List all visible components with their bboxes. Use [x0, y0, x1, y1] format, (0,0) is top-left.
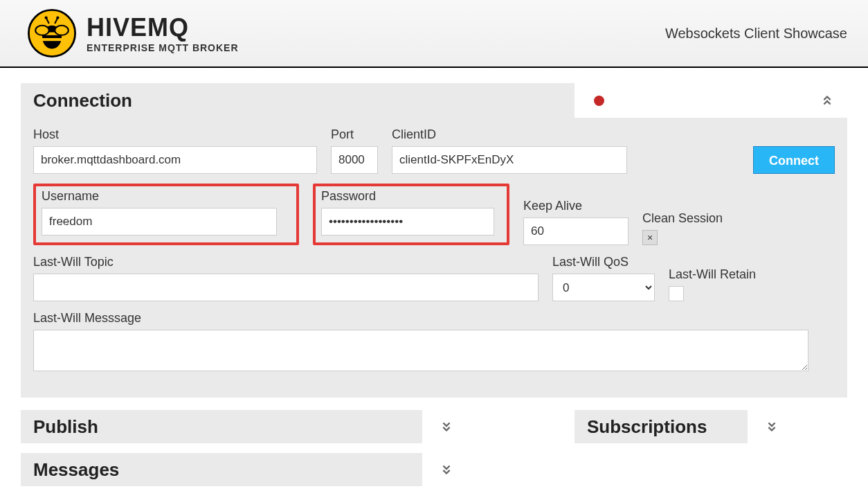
- logo-subtitle: ENTERPRISE MQTT BROKER: [87, 42, 239, 53]
- connection-title: Connection: [21, 83, 575, 118]
- username-highlight: Username: [33, 184, 299, 245]
- svg-rect-3: [42, 38, 62, 41]
- chevron-down-icon[interactable]: [439, 419, 454, 434]
- lastwill-message-label: Last-Will Messsage: [33, 311, 808, 326]
- lastwill-qos-field: Last-Will QoS 0: [552, 255, 655, 301]
- lastwill-qos-label: Last-Will QoS: [552, 255, 655, 269]
- password-label: Password: [321, 189, 501, 204]
- chevron-down-icon[interactable]: [764, 419, 779, 434]
- hivemq-bee-icon: [28, 9, 76, 57]
- logo-text: HIVEMQ ENTERPRISE MQTT BROKER: [87, 13, 239, 53]
- lastwill-topic-field: Last-Will Topic: [33, 255, 539, 301]
- cleansession-checkbox[interactable]: ×: [642, 230, 658, 245]
- messages-title: Messages: [33, 459, 119, 481]
- keepalive-label: Keep Alive: [523, 199, 629, 213]
- top-bar: HIVEMQ ENTERPRISE MQTT BROKER Websockets…: [0, 0, 868, 68]
- keepalive-input[interactable]: [523, 217, 629, 245]
- lastwill-topic-input[interactable]: [33, 274, 539, 301]
- port-field: Port: [331, 127, 378, 174]
- subscriptions-panel-header[interactable]: Subscriptions: [575, 410, 748, 443]
- connection-status-area: [575, 83, 847, 118]
- connection-header[interactable]: Connection: [21, 83, 847, 118]
- connect-button[interactable]: Connect: [753, 146, 835, 174]
- connection-body: Host Port ClientID Connect: [21, 118, 847, 398]
- port-label: Port: [331, 127, 378, 142]
- logo: HIVEMQ ENTERPRISE MQTT BROKER: [28, 9, 239, 57]
- chevron-down-icon[interactable]: [439, 462, 454, 477]
- svg-point-8: [45, 17, 48, 19]
- clientid-input[interactable]: [392, 146, 627, 174]
- cleansession-label: Clean Session: [642, 211, 723, 226]
- clientid-field: ClientID: [392, 127, 627, 174]
- host-label: Host: [33, 127, 317, 142]
- host-field: Host: [33, 127, 317, 174]
- username-input[interactable]: [42, 208, 277, 235]
- svg-point-9: [56, 17, 59, 19]
- lastwill-retain-field: Last-Will Retain: [669, 267, 756, 301]
- password-input[interactable]: [321, 208, 494, 235]
- username-label: Username: [42, 189, 291, 204]
- logo-brand: HIVEMQ: [87, 13, 239, 42]
- svg-point-4: [35, 26, 49, 35]
- password-field: Password: [321, 189, 501, 235]
- cleansession-field: Clean Session ×: [642, 211, 723, 245]
- lastwill-message-field: Last-Will Messsage: [33, 311, 808, 371]
- clientid-label: ClientID: [392, 127, 627, 142]
- connection-panel: Connection Host Port Clie: [21, 83, 847, 398]
- publish-panel-header[interactable]: Publish: [21, 410, 422, 443]
- port-input[interactable]: [331, 146, 378, 174]
- connection-status-indicator-icon: [594, 96, 604, 106]
- svg-point-5: [55, 26, 69, 35]
- chevron-up-icon[interactable]: [820, 93, 835, 108]
- messages-panel-header[interactable]: Messages: [21, 453, 422, 486]
- host-input[interactable]: [33, 146, 317, 174]
- lastwill-retain-checkbox[interactable]: [669, 286, 684, 301]
- username-field: Username: [42, 189, 291, 235]
- lastwill-topic-label: Last-Will Topic: [33, 255, 539, 269]
- subscriptions-title: Subscriptions: [587, 416, 707, 438]
- lastwill-retain-label: Last-Will Retain: [669, 267, 756, 282]
- publish-title: Publish: [33, 416, 98, 438]
- keepalive-field: Keep Alive: [523, 199, 629, 245]
- lastwill-message-input[interactable]: [33, 330, 808, 371]
- lastwill-qos-select[interactable]: 0: [552, 274, 655, 301]
- showcase-label: Websockets Client Showcase: [665, 26, 847, 42]
- password-highlight: Password: [313, 184, 509, 245]
